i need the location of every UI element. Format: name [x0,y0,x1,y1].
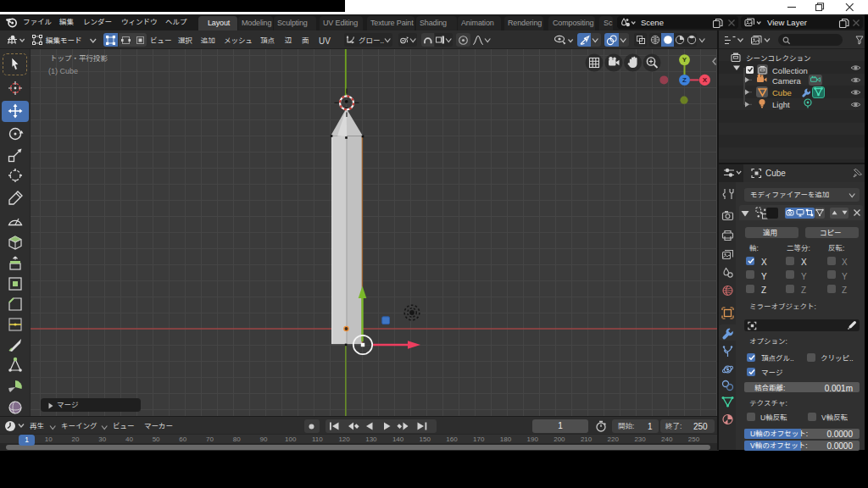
svg-text:Y: Y [682,56,687,64]
svg-text:X: X [703,76,708,84]
svg-text:Z: Z [682,76,687,84]
